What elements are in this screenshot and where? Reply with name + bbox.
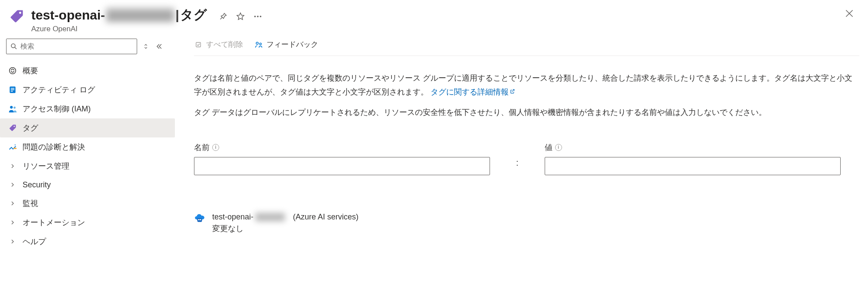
tag-icon — [8, 123, 17, 133]
nav-label: アクティビティ ログ — [23, 85, 95, 95]
openai-icon — [8, 66, 17, 75]
svg-rect-14 — [196, 42, 201, 47]
resource-name: test-openai-xxxxxxx (Azure AI services) — [212, 212, 358, 222]
nav-label: 概要 — [23, 65, 38, 76]
svg-rect-8 — [11, 89, 14, 90]
nav-item-iam[interactable]: アクセス制御 (IAM) — [0, 99, 175, 118]
nav-label: オートメーション — [23, 217, 85, 228]
nav-item-resource-mgmt[interactable]: リソース管理 — [0, 157, 175, 176]
pin-icon[interactable] — [217, 11, 229, 22]
nav-item-activity-log[interactable]: アクティビティ ログ — [0, 80, 175, 99]
nav-label: ヘルプ — [23, 236, 46, 247]
svg-point-4 — [11, 44, 15, 48]
resource-status: 変更なし — [212, 223, 358, 234]
description-block: タグは名前と値のペアで、同じタグを複数のリソースやリソース グループに適用するこ… — [194, 72, 859, 127]
header-subtitle: Azure OpenAI — [31, 25, 263, 33]
collapse-sidebar-icon[interactable] — [155, 42, 163, 51]
svg-rect-13 — [13, 148, 16, 149]
info-icon[interactable]: i — [212, 144, 219, 151]
nav-label: Security — [23, 180, 51, 190]
nav-item-diagnose[interactable]: 問題の診断と解決 — [0, 137, 175, 157]
svg-rect-18 — [198, 219, 200, 220]
nav-item-help[interactable]: ヘルプ — [0, 232, 175, 251]
nav-item-security[interactable]: Security — [0, 176, 175, 194]
log-icon — [8, 85, 17, 95]
page-title: test-openai-xxxxxxxxx | タグ — [31, 6, 207, 24]
colon-separator: : — [516, 142, 519, 168]
svg-point-3 — [260, 16, 261, 17]
chevron-right-icon — [8, 237, 17, 246]
chevron-right-icon — [8, 199, 17, 208]
search-input[interactable] — [20, 42, 133, 50]
nav-label: アクセス制御 (IAM) — [23, 104, 91, 114]
svg-point-10 — [10, 106, 13, 108]
more-icon[interactable] — [252, 11, 263, 22]
diagnose-icon — [8, 142, 17, 152]
nav-label: リソース管理 — [23, 161, 69, 171]
tag-icon — [9, 9, 24, 24]
tag-value-input[interactable] — [545, 157, 841, 175]
tag-value-label: 値 i — [545, 142, 841, 153]
svg-rect-19 — [200, 219, 201, 220]
external-link-icon — [510, 88, 516, 95]
feedback-icon — [254, 40, 263, 49]
nav-item-overview[interactable]: 概要 — [0, 61, 175, 80]
page-header: test-openai-xxxxxxxxx | タグ Azure OpenAI — [0, 0, 868, 38]
nav-label: タグ — [23, 123, 38, 133]
nav-list: 概要 アクティビティ ログ アクセス制御 (IAM) タグ 問題の診断と解決 — [0, 59, 175, 251]
chevron-right-icon — [8, 161, 17, 171]
feedback-button[interactable]: フィードバック — [254, 39, 318, 49]
people-icon — [8, 104, 17, 114]
trash-check-icon — [194, 40, 203, 49]
svg-rect-9 — [11, 91, 13, 92]
svg-point-0 — [19, 12, 21, 14]
nav-label: 監視 — [23, 198, 38, 209]
sort-toggle-icon[interactable] — [141, 42, 150, 51]
star-icon[interactable] — [235, 11, 246, 22]
resource-summary: test-openai-xxxxxxx (Azure AI services) … — [194, 212, 859, 234]
svg-point-1 — [254, 16, 256, 17]
svg-point-15 — [256, 42, 258, 44]
svg-point-16 — [260, 43, 261, 45]
azure-ai-icon — [194, 212, 205, 224]
svg-rect-17 — [197, 218, 202, 222]
nav-item-automation[interactable]: オートメーション — [0, 213, 175, 232]
tag-name-input[interactable] — [194, 157, 490, 175]
svg-point-12 — [13, 126, 15, 127]
nav-item-tags[interactable]: タグ — [0, 118, 175, 137]
svg-point-11 — [13, 107, 16, 109]
svg-point-5 — [10, 68, 16, 74]
nav-item-monitor[interactable]: 監視 — [0, 194, 175, 213]
delete-all-button: すべて削除 — [194, 39, 243, 49]
chevron-right-icon — [8, 180, 17, 190]
search-icon — [10, 42, 18, 50]
chevron-right-icon — [8, 218, 17, 227]
tag-docs-link[interactable]: タグに関する詳細情報 — [431, 88, 516, 96]
svg-point-2 — [257, 16, 259, 17]
sidebar: 概要 アクティビティ ログ アクセス制御 (IAM) タグ 問題の診断と解決 — [0, 38, 175, 304]
main-content: すべて削除 フィードバック タグは名前と値のペアで、同じタグを複数のリソースやリ… — [175, 38, 868, 304]
svg-rect-7 — [11, 88, 14, 89]
info-icon[interactable]: i — [555, 144, 562, 151]
nav-label: 問題の診断と解決 — [23, 142, 85, 152]
close-icon[interactable] — [844, 8, 856, 20]
search-input-container[interactable] — [6, 39, 137, 54]
tag-name-label: 名前 i — [194, 142, 490, 153]
toolbar: すべて削除 フィードバック — [194, 38, 859, 56]
